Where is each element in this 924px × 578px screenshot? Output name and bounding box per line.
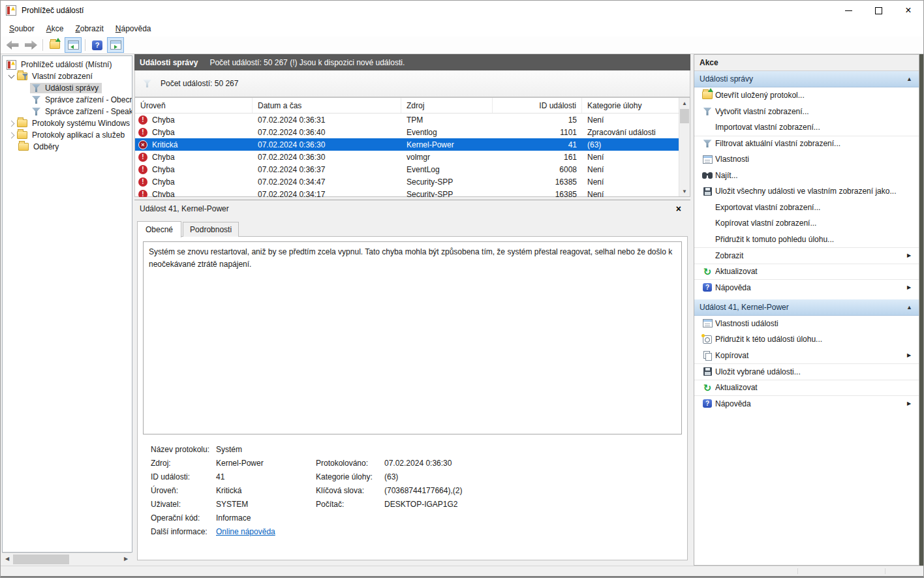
table-row[interactable]: !Chyba 07.02.2024 0:36:40 Eventlog 1101 … <box>135 126 679 138</box>
minimize-button[interactable] <box>833 1 863 20</box>
table-row[interactable]: !Chyba 07.02.2024 0:36:37 EventLog 6008 … <box>135 163 679 175</box>
close-button[interactable]: × <box>893 1 923 20</box>
action-attach-task-to-event[interactable]: Přidružit k této události úlohu... <box>694 331 919 348</box>
show-action-pane-button[interactable] <box>107 37 124 53</box>
view-subtitle: Počet událostí: 50 267 (!) Jsou k dispoz… <box>209 58 405 67</box>
copy-icon <box>703 351 712 360</box>
tab-obecne[interactable]: Obecné <box>137 221 181 237</box>
tree-item-spravce-obecny[interactable]: Správce zařízení - Obecny <box>3 94 132 106</box>
table-row[interactable]: !Chyba 07.02.2024 0:34:47 Security-SPP 1… <box>135 175 679 188</box>
scroll-up-icon[interactable]: ▲ <box>679 98 690 108</box>
table-row[interactable]: !Chyba 07.02.2024 0:34:17 Security-SPP 1… <box>135 188 679 197</box>
menu-zobrazit[interactable]: Zobrazit <box>69 22 109 36</box>
action-save-all-events[interactable]: Uložit všechny události ve vlastním zobr… <box>694 183 919 200</box>
console-tree-icon <box>68 40 79 50</box>
table-row[interactable]: !Chyba 07.02.2024 0:36:31 TPM 15 Není <box>135 114 679 126</box>
subscriptions-folder-icon <box>18 143 29 151</box>
column-header-event-id[interactable]: ID události <box>493 98 582 113</box>
close-preview-icon[interactable]: × <box>672 204 685 214</box>
action-refresh[interactable]: ↻ Aktualizovat <box>694 264 919 280</box>
field-label: Úroveň: <box>151 486 216 495</box>
tree-item-spravce-speakers[interactable]: Správce zařízení - Speake <box>3 106 132 117</box>
actions-section-udalosti-spravy[interactable]: Události správy ▲ <box>694 71 919 87</box>
action-create-custom-view[interactable]: Vytvořit vlastní zobrazení... <box>694 104 919 120</box>
results-pane-header: Události správy Počet událostí: 50 267 (… <box>134 54 690 70</box>
maximize-button[interactable] <box>863 1 893 20</box>
action-copy-custom-view[interactable]: Kopírovat vlastní zobrazení... <box>694 215 919 232</box>
tab-podrobnosti[interactable]: Podrobnosti <box>183 222 239 237</box>
online-help-link[interactable]: Online nápověda <box>216 527 316 536</box>
tree-item-protokoly-windows[interactable]: Protokoly systému Windows <box>3 117 132 129</box>
action-help[interactable]: ? Nápověda ▶ <box>694 279 919 296</box>
windows-logs-folder-icon <box>17 119 27 127</box>
actions-pane-title: Akce <box>694 55 919 71</box>
forward-button[interactable] <box>22 37 39 53</box>
table-row[interactable]: !Chyba 07.02.2024 0:36:30 volmgr 161 Nen… <box>135 151 679 163</box>
back-button[interactable] <box>4 37 21 53</box>
column-header-datetime[interactable]: Datum a čas <box>253 98 401 113</box>
field-label: Počítač: <box>316 500 384 509</box>
tree-item-label: Odběry <box>32 142 60 151</box>
action-view[interactable]: Zobrazit ▶ <box>694 247 919 264</box>
actions-section-udalost-41[interactable]: Událost 41, Kernel-Power ▲ <box>694 299 919 316</box>
scroll-right-icon[interactable]: ▶ <box>121 556 131 562</box>
scroll-left-icon[interactable]: ◀ <box>2 556 12 562</box>
event-viewer-icon <box>7 60 16 70</box>
chevron-down-icon[interactable] <box>8 72 15 79</box>
critical-icon: × <box>138 140 147 149</box>
scrollbar-thumb[interactable] <box>680 109 689 123</box>
tree-horizontal-scrollbar[interactable]: ◀ ▶ <box>2 553 131 564</box>
action-open-saved-log[interactable]: Otevřít uložený protokol... <box>694 87 919 104</box>
action-copy[interactable]: Kopírovat ▶ <box>694 348 919 364</box>
tree-item-odbery[interactable]: Odběry <box>3 141 132 153</box>
field-label: Operační kód: <box>151 513 216 523</box>
menu-napoveda[interactable]: Nápověda <box>110 22 157 36</box>
custom-views-folder-icon <box>17 72 27 80</box>
minimize-icon <box>845 10 852 11</box>
detail-tabs: Obecné Podrobnosti <box>137 221 240 237</box>
chevron-right-icon[interactable] <box>8 132 15 138</box>
action-find[interactable]: Najít... <box>694 168 919 184</box>
submenu-arrow-icon: ▶ <box>907 284 919 290</box>
tree-item-label: Prohlížeč událostí (Místní) <box>20 60 113 69</box>
show-console-tree-button[interactable] <box>65 37 82 53</box>
open-folder-icon <box>50 41 60 49</box>
menu-soubor[interactable]: Soubor <box>3 22 40 36</box>
filter-icon <box>32 96 40 104</box>
tree-item-root[interactable]: Prohlížeč událostí (Místní) <box>3 59 132 70</box>
chevron-right-icon[interactable] <box>8 120 15 127</box>
scrollbar-thumb[interactable] <box>13 555 69 564</box>
menu-akce[interactable]: Akce <box>40 22 70 36</box>
window-title: Prohlížeč událostí <box>22 6 84 15</box>
event-list-scrollbar[interactable]: ▲ ▼ <box>679 98 690 196</box>
collapse-icon[interactable]: ▲ <box>906 76 912 82</box>
tree-item-vlastni-zobrazeni[interactable]: Vlastní zobrazení <box>3 70 132 82</box>
tree-item-udalosti-spravy[interactable]: Události správy <box>3 82 132 94</box>
scroll-down-icon[interactable]: ▼ <box>679 186 690 196</box>
help-button[interactable]: ? <box>89 37 106 53</box>
open-saved-log-button[interactable] <box>46 37 63 53</box>
action-attach-task-to-view[interactable]: Přidružit k tomuto pohledu úlohu... <box>694 232 919 248</box>
field-value: 07.02.2024 0:36:30 <box>384 459 679 468</box>
open-folder-icon <box>702 91 713 99</box>
action-event-properties[interactable]: Vlastnosti události <box>694 316 919 332</box>
column-header-task-category[interactable]: Kategorie úlohy <box>582 98 679 113</box>
action-refresh-event[interactable]: ↻ Aktualizovat <box>694 380 919 396</box>
table-row-selected[interactable]: ×Kritická 07.02.2024 0:36:30 Kernel-Powe… <box>135 138 679 151</box>
action-export-custom-view[interactable]: Exportovat vlastní zobrazení... <box>694 200 919 216</box>
event-properties: Název protokolu: Systém Zdroj: Kernel-Po… <box>151 442 679 538</box>
submenu-arrow-icon: ▶ <box>907 352 919 358</box>
event-title: Událost 41, Kernel-Power <box>140 204 229 213</box>
field-value: Kernel-Power <box>216 459 316 468</box>
toolbar: ? <box>1 37 923 54</box>
action-filter-current-view[interactable]: Filtrovat aktuální vlastní zobrazení... <box>694 136 919 152</box>
action-import-custom-view[interactable]: Importovat vlastní zobrazení... <box>694 119 919 136</box>
action-help-event[interactable]: ? Nápověda ▶ <box>694 395 919 412</box>
filter-icon <box>703 140 712 147</box>
collapse-icon[interactable]: ▲ <box>906 304 912 311</box>
action-save-selected-events[interactable]: Uložit vybrané události... <box>694 363 919 380</box>
column-header-level[interactable]: Úroveň <box>135 98 253 113</box>
column-header-source[interactable]: Zdroj <box>401 98 493 113</box>
tree-item-protokoly-aplikaci[interactable]: Protokoly aplikací a služeb <box>3 129 132 141</box>
action-properties[interactable]: Vlastnosti <box>694 151 919 168</box>
